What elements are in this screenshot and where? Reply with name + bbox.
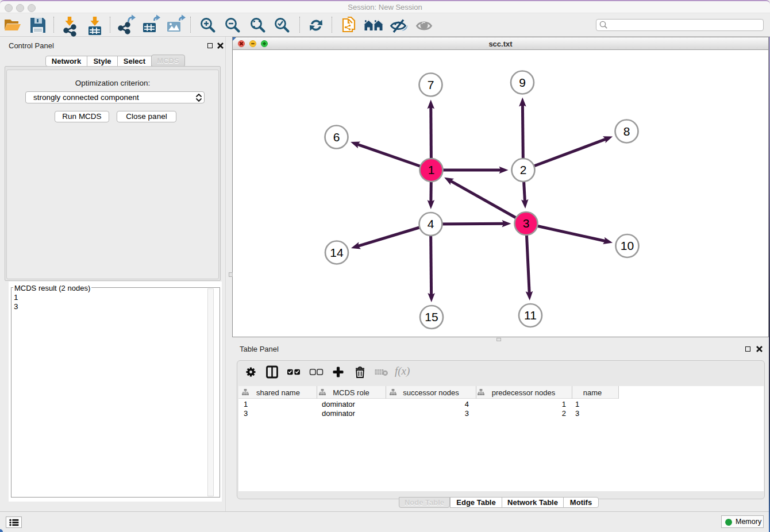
- svg-text:15: 15: [425, 310, 438, 323]
- svg-text:14: 14: [330, 246, 344, 259]
- svg-text:10: 10: [621, 239, 634, 252]
- svg-text:3: 3: [523, 217, 530, 230]
- svg-text:1: 1: [428, 163, 435, 176]
- svg-text:2: 2: [520, 163, 527, 176]
- svg-text:11: 11: [524, 309, 537, 322]
- svg-text:6: 6: [333, 130, 340, 144]
- svg-text:4: 4: [428, 217, 434, 230]
- svg-text:9: 9: [519, 76, 526, 89]
- svg-text:7: 7: [428, 78, 434, 91]
- svg-text:8: 8: [623, 125, 630, 138]
